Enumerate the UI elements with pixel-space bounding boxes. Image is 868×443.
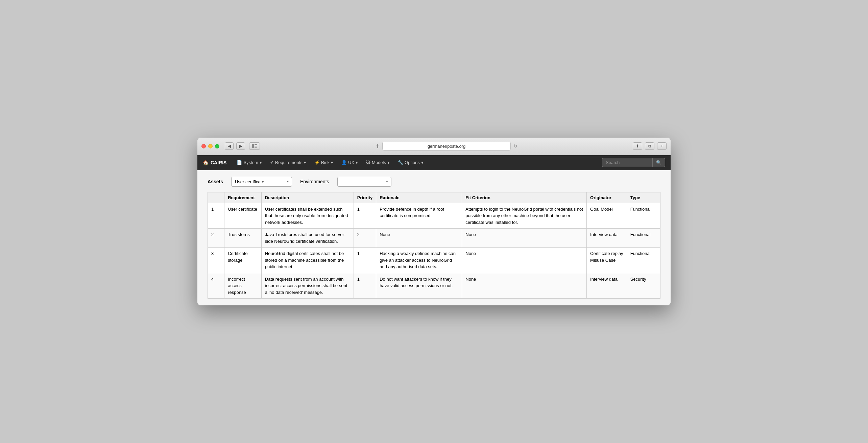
plus-button[interactable]: +	[657, 142, 667, 150]
requirements-icon: ✔	[270, 160, 274, 165]
cell-rationale: None	[376, 229, 462, 248]
table-row: 1 User certificate User certificates sha…	[208, 203, 660, 229]
svg-rect-1	[255, 144, 257, 145]
th-rationale: Rationale	[376, 192, 462, 203]
cell-fit-criterion: None	[462, 273, 587, 299]
maximize-button[interactable]	[215, 144, 219, 148]
minimize-button[interactable]	[208, 144, 213, 148]
options-dropdown-icon: ▾	[421, 160, 424, 165]
nav-models-label: Models	[372, 160, 386, 165]
cell-type: Functional	[627, 248, 660, 273]
cell-num: 3	[208, 248, 224, 273]
url-bar[interactable]: germaneriposte.org	[382, 142, 511, 150]
bookmark-icon: ⬆	[375, 143, 380, 149]
ux-icon: 👤	[341, 160, 347, 165]
cell-description: NeuroGrid digital certificates shall not…	[261, 248, 354, 273]
cell-description: Java Truststores shall be used for serve…	[261, 229, 354, 248]
cell-requirement: Certificate storage	[224, 248, 262, 273]
environments-select-wrapper	[337, 177, 391, 187]
table-row: 4 Incorrect access response Data request…	[208, 273, 660, 299]
share-button[interactable]: ⬆	[633, 142, 642, 150]
th-num	[208, 192, 224, 203]
sidebar-toggle[interactable]	[249, 142, 260, 150]
nav-risk-label: Risk	[321, 160, 330, 165]
url-bar-container: ⬆ germaneriposte.org ↻	[263, 142, 630, 150]
url-text: germaneriposte.org	[428, 144, 466, 149]
search-input[interactable]	[602, 158, 653, 167]
window-actions: ⬆ ⧉ +	[633, 142, 667, 150]
brand-logo[interactable]: 🏠 CAIRIS	[203, 160, 226, 165]
nav-requirements[interactable]: ✔ Requirements ▾	[267, 158, 310, 167]
system-dropdown-icon: ▾	[260, 160, 262, 165]
risk-dropdown-icon: ▾	[331, 160, 333, 165]
th-type: Type	[627, 192, 660, 203]
cell-originator: Goal Model	[587, 203, 627, 229]
search-button[interactable]: 🔍	[653, 158, 665, 167]
system-icon: 📄	[237, 160, 242, 165]
th-description: Description	[261, 192, 354, 203]
cell-rationale: Provide defence in depth if a root certi…	[376, 203, 462, 229]
assets-select[interactable]: User certificate Truststores Certificate…	[231, 177, 292, 187]
environments-select[interactable]	[337, 177, 391, 187]
home-icon: 🏠	[203, 160, 209, 165]
cell-type: Security	[627, 273, 660, 299]
svg-rect-3	[255, 147, 257, 148]
close-button[interactable]	[201, 144, 206, 148]
main-content: Assets User certificate Truststores Cert…	[197, 170, 671, 306]
nav-ux-label: UX	[348, 160, 354, 165]
requirements-table: Requirement Description Priority Rationa…	[208, 192, 660, 299]
cell-requirement: Incorrect access response	[224, 273, 262, 299]
nav-system[interactable]: 📄 System ▾	[233, 158, 265, 167]
table-row: 2 Truststores Java Truststores shall be …	[208, 229, 660, 248]
th-fit-criterion: Fit Criterion	[462, 192, 587, 203]
nav-risk[interactable]: ⚡ Risk ▾	[311, 158, 337, 167]
brand-name: CAIRIS	[211, 160, 226, 165]
nav-system-label: System	[243, 160, 258, 165]
cell-type: Functional	[627, 229, 660, 248]
cell-description: Data requests sent from an account with …	[261, 273, 354, 299]
nav-models[interactable]: 🖼 Models ▾	[363, 158, 393, 167]
risk-icon: ⚡	[314, 160, 320, 165]
th-requirement: Requirement	[224, 192, 262, 203]
th-originator: Originator	[587, 192, 627, 203]
assets-select-wrapper: User certificate Truststores Certificate…	[231, 177, 292, 187]
svg-rect-0	[252, 144, 254, 148]
search-container: 🔍	[602, 158, 665, 167]
environments-label: Environments	[300, 179, 329, 184]
nav-ux[interactable]: 👤 UX ▾	[338, 158, 361, 167]
traffic-lights	[201, 144, 219, 148]
svg-rect-2	[255, 146, 257, 146]
cell-originator: Interview data	[587, 229, 627, 248]
models-dropdown-icon: ▾	[387, 160, 390, 165]
cell-requirement: User certificate	[224, 203, 262, 229]
nav-options-label: Options	[405, 160, 420, 165]
cell-priority: 1	[354, 248, 376, 273]
app-navbar: 🏠 CAIRIS 📄 System ▾ ✔ Requirements ▾ ⚡ R…	[197, 155, 671, 170]
cell-fit-criterion: None	[462, 248, 587, 273]
cell-num: 1	[208, 203, 224, 229]
forward-button[interactable]: ▶	[236, 142, 245, 150]
browser-window: ◀ ▶ ⬆ germaneriposte.org ↻ ⬆ ⧉ + 🏠 C	[197, 138, 671, 306]
cell-fit-criterion: Attempts to login to the NeuroGrid porta…	[462, 203, 587, 229]
cell-num: 4	[208, 273, 224, 299]
nav-options[interactable]: 🔧 Options ▾	[394, 158, 427, 167]
cell-requirement: Truststores	[224, 229, 262, 248]
cell-originator: Certificate replay Misuse Case	[587, 248, 627, 273]
cell-fit-criterion: None	[462, 229, 587, 248]
ux-dropdown-icon: ▾	[356, 160, 358, 165]
cell-rationale: Do not want attackers to know if they ha…	[376, 273, 462, 299]
cell-originator: Interview data	[587, 273, 627, 299]
cell-description: User certificates shall be extended such…	[261, 203, 354, 229]
cell-type: Functional	[627, 203, 660, 229]
requirements-dropdown-icon: ▾	[304, 160, 306, 165]
back-button[interactable]: ◀	[225, 142, 234, 150]
cell-rationale: Hacking a weakly defined machine can giv…	[376, 248, 462, 273]
reload-icon[interactable]: ↻	[513, 143, 517, 149]
models-icon: 🖼	[366, 160, 370, 165]
assets-label: Assets	[208, 179, 223, 184]
new-tab-button[interactable]: ⧉	[645, 142, 654, 150]
filter-bar: Assets User certificate Truststores Cert…	[208, 177, 660, 187]
nav-requirements-label: Requirements	[275, 160, 303, 165]
title-bar: ◀ ▶ ⬆ germaneriposte.org ↻ ⬆ ⧉ +	[197, 138, 671, 155]
table-row: 3 Certificate storage NeuroGrid digital …	[208, 248, 660, 273]
